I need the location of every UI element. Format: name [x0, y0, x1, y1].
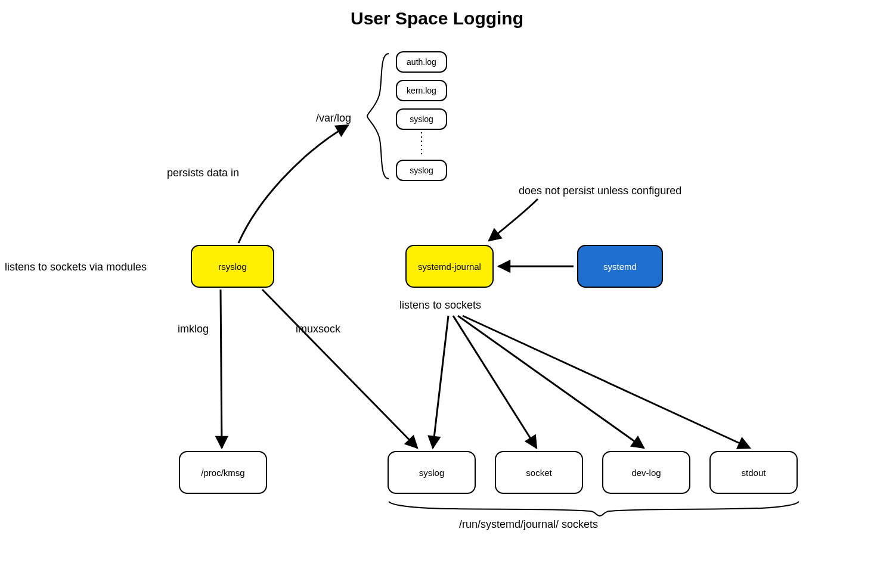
logfile-syslog1: syslog: [396, 108, 447, 130]
label-no-persist: does not persist unless configured: [519, 185, 681, 197]
label-varlog: /var/log: [316, 112, 351, 125]
label-imuxsock: imuxsock: [296, 323, 340, 335]
node-rsyslog: rsyslog: [191, 245, 274, 288]
node-systemd: systemd: [577, 245, 663, 288]
label-listens-sockets: listens to sockets: [399, 299, 481, 312]
logfile-kern: kern.log: [396, 80, 447, 101]
node-syslog-socket: syslog: [388, 451, 476, 494]
node-socket-socket: socket: [495, 451, 583, 494]
logfile-auth: auth.log: [396, 51, 447, 73]
label-persists: persists data in: [167, 167, 239, 179]
label-listens-modules: listens to sockets via modules: [5, 261, 147, 273]
node-proc-kmsg: /proc/kmsg: [179, 451, 267, 494]
node-devlog-socket: dev-log: [602, 451, 690, 494]
node-stdout-socket: stdout: [709, 451, 798, 494]
label-run-path: /run/systemd/journal/ sockets: [459, 518, 598, 531]
node-systemd-journal: systemd-journal: [405, 245, 494, 288]
logfile-syslog2: syslog: [396, 160, 447, 181]
label-imklog: imklog: [178, 323, 209, 335]
diagram-title: User Space Logging: [0, 8, 874, 29]
